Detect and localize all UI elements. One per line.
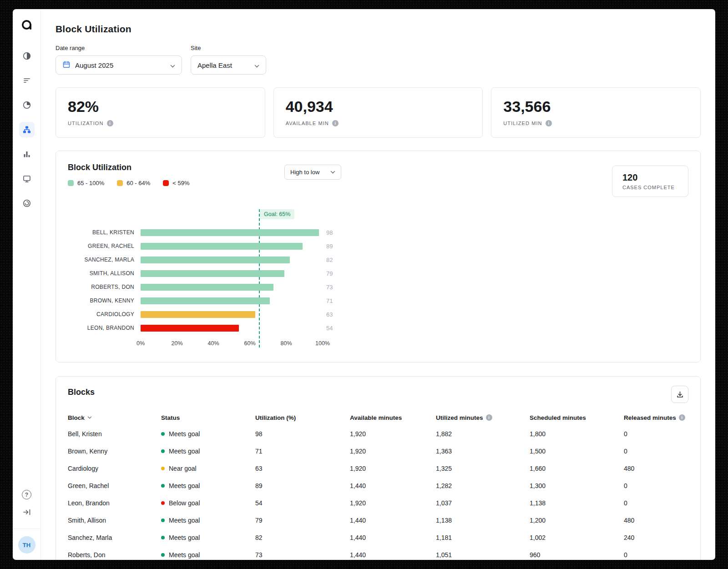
- legend-item: 65 - 100%: [68, 180, 104, 186]
- info-icon[interactable]: i: [107, 120, 113, 126]
- status-cell: Below goal: [161, 499, 255, 507]
- download-button[interactable]: [671, 386, 688, 403]
- chart-category-label: ROBERTS, DON: [68, 284, 141, 290]
- column-header-label: Block: [68, 414, 85, 421]
- value-cell: 1,138: [530, 499, 624, 507]
- blocks-table-card: Blocks BlockStatusUtilization (%)Availab…: [56, 376, 701, 560]
- column-header-utilized-minutes: Utilized minutesi: [436, 414, 530, 421]
- chevron-down-icon: [254, 61, 259, 69]
- value-cell: 1,440: [350, 534, 436, 541]
- table-row: Roberts, DonMeets goal731,4401,0519600: [68, 546, 688, 560]
- legend-item: 60 - 64%: [117, 180, 150, 186]
- value-cell: 63: [255, 465, 350, 472]
- target-icon[interactable]: [19, 196, 35, 211]
- x-tick-label: 0%: [136, 340, 145, 347]
- value-cell: 98: [255, 430, 350, 438]
- pie-clock-icon[interactable]: [19, 97, 35, 113]
- help-icon[interactable]: ?: [22, 490, 31, 499]
- avatar[interactable]: TH: [18, 536, 35, 554]
- chart-value-label: 54: [326, 325, 333, 332]
- cases-complete-value: 120: [622, 172, 678, 183]
- monitor-icon[interactable]: [19, 171, 35, 186]
- chart-bar-track: [141, 325, 323, 332]
- page-title: Block Utilization: [56, 24, 701, 35]
- chart-bar: [141, 270, 284, 277]
- column-header-status: Status: [161, 414, 255, 421]
- block-cell: Sanchez, Marla: [68, 534, 161, 541]
- value-cell: 0: [624, 448, 688, 455]
- chart-value-label: 63: [326, 311, 333, 318]
- chart-bar: [141, 243, 303, 250]
- column-header-label: Utilized minutes: [436, 414, 483, 421]
- bar-chart: Goal: 65% BELL, KRISTEN98GREEN, RACHEL89…: [68, 226, 359, 348]
- value-cell: 1,300: [530, 482, 624, 489]
- value-cell: 1,200: [530, 517, 624, 524]
- value-cell: 1,920: [350, 448, 436, 455]
- value-cell: 1,882: [436, 430, 530, 438]
- bar-chart-icon[interactable]: [19, 146, 35, 162]
- value-cell: 1,440: [350, 517, 436, 524]
- goal-label: Goal: 65%: [260, 209, 294, 219]
- value-cell: 1,800: [530, 430, 624, 438]
- value-cell: 1,325: [436, 465, 530, 472]
- chart-bar-track: [141, 243, 323, 250]
- chart-bar: [141, 284, 273, 291]
- value-cell: 480: [624, 517, 688, 524]
- value-cell: 71: [255, 448, 350, 455]
- chart-value-label: 71: [326, 297, 333, 304]
- main-content: Block Utilization Date range August 2025: [41, 9, 715, 560]
- table-row: Bell, KristenMeets goal981,9201,8821,800…: [68, 425, 688, 443]
- column-header-block[interactable]: Block: [68, 414, 161, 421]
- legend-label: 60 - 64%: [126, 180, 150, 186]
- sidebar-nav: [19, 48, 35, 211]
- status-cell: Meets goal: [161, 448, 255, 455]
- x-axis-ticks: 0%20%40%60%80%100%: [141, 335, 323, 348]
- apella-logo[interactable]: [21, 19, 33, 33]
- legend-swatch: [117, 180, 123, 186]
- column-header-label: Utilization (%): [255, 414, 296, 421]
- chart-legend: 65 - 100%60 - 64%< 59%: [68, 180, 688, 186]
- sort-value: High to low: [290, 169, 319, 176]
- avatar-section: TH: [13, 529, 40, 554]
- chevron-down-icon: [170, 61, 175, 69]
- site-select[interactable]: Apella East: [191, 55, 266, 75]
- info-icon[interactable]: i: [332, 120, 339, 126]
- chart-category-label: BELL, KRISTEN: [68, 229, 141, 236]
- table-row: Brown, KennyMeets goal711,9201,3631,5000: [68, 443, 688, 460]
- info-icon[interactable]: i: [486, 414, 492, 421]
- status-label: Meets goal: [169, 551, 200, 559]
- kpi-utilized-min: 33,566 UTILIZED MIN i: [491, 87, 701, 138]
- cases-complete-card: 120 CASES COMPLETE: [612, 166, 688, 197]
- chart-bar-track: [141, 297, 323, 304]
- chart-category-label: LEON, BRANDON: [68, 325, 141, 331]
- collapse-sidebar-icon[interactable]: [22, 508, 31, 519]
- contrast-icon[interactable]: [19, 48, 35, 64]
- x-tick-label: 60%: [244, 340, 255, 347]
- value-cell: 960: [530, 551, 624, 559]
- info-icon[interactable]: i: [679, 414, 685, 421]
- sort-select[interactable]: High to low: [284, 165, 341, 180]
- block-utilization-chart-card: Block Utilization 65 - 100%60 - 64%< 59%…: [56, 151, 701, 363]
- chart-bar-track: [141, 284, 323, 291]
- status-label: Meets goal: [169, 430, 200, 438]
- value-cell: 240: [624, 534, 688, 541]
- list-filter-icon[interactable]: [19, 73, 35, 88]
- blocks-card-title: Blocks: [68, 388, 688, 397]
- block-cell: Leon, Brandon: [68, 499, 161, 507]
- value-cell: 1,440: [350, 482, 436, 489]
- value-cell: 1,181: [436, 534, 530, 541]
- sort-chevron-icon[interactable]: [87, 416, 92, 419]
- value-cell: 1,138: [436, 517, 530, 524]
- info-icon[interactable]: i: [546, 120, 552, 126]
- date-range-select[interactable]: August 2025: [56, 55, 182, 75]
- value-cell: 0: [624, 551, 688, 559]
- status-cell: Near goal: [161, 465, 255, 472]
- status-dot: [161, 553, 165, 557]
- column-header-released-minutes: Released minutesi: [624, 414, 688, 421]
- chart-card-title: Block Utilization: [68, 163, 688, 172]
- block-utilization-nav-icon[interactable]: [19, 122, 35, 137]
- kpi-cards: 82% UTILIZATION i 40,934 AVAILABLE MIN i…: [56, 87, 701, 138]
- chart-row: SANCHEZ, MARLA82: [68, 253, 359, 267]
- x-tick-label: 100%: [315, 340, 330, 347]
- value-cell: 1,440: [350, 551, 436, 559]
